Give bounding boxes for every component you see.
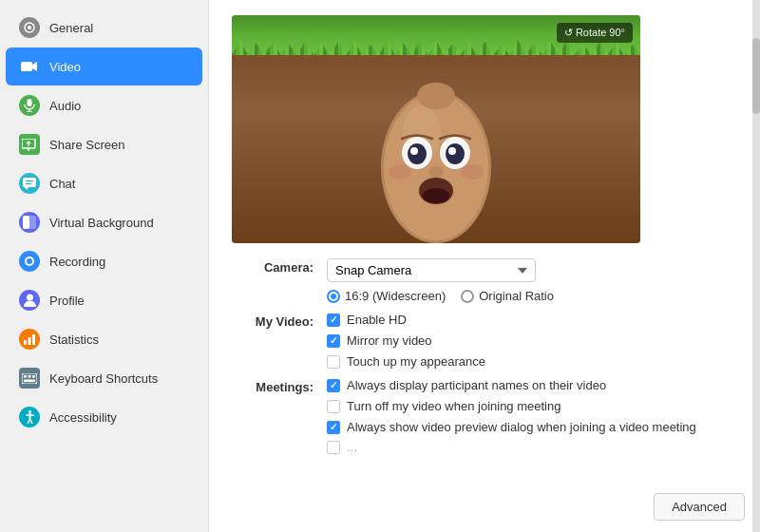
- camera-row-content: Snap Camera 16:9 (Widescreen) Original R…: [327, 258, 737, 303]
- scrollbar[interactable]: [752, 0, 760, 532]
- svg-point-42: [423, 188, 449, 203]
- always-display-checkbox[interactable]: [327, 379, 340, 392]
- svg-point-45: [417, 83, 455, 109]
- svg-point-43: [389, 164, 411, 180]
- turn-off-label: Turn off my video when joining meeting: [347, 399, 560, 413]
- svg-point-40: [428, 166, 444, 178]
- settings-window: General Video Audio: [0, 0, 760, 532]
- svg-point-16: [27, 258, 32, 264]
- enable-hd-checkbox[interactable]: [327, 314, 340, 327]
- sidebar-item-audio[interactable]: Audio: [6, 86, 202, 124]
- turn-off-checkbox[interactable]: [327, 400, 340, 413]
- rotate-button[interactable]: ↺ Rotate 90°: [557, 23, 633, 43]
- svg-rect-21: [22, 373, 37, 384]
- potato-character: [360, 44, 512, 243]
- svg-rect-14: [23, 216, 29, 229]
- turn-off-option[interactable]: Turn off my video when joining meeting: [327, 399, 737, 413]
- svg-rect-24: [32, 375, 35, 378]
- svg-rect-2: [21, 62, 32, 71]
- bottom-bar: Advanced: [654, 493, 745, 521]
- sidebar-item-statistics-label: Statistics: [49, 332, 99, 347]
- my-video-row-content: Enable HD Mirror my video Touch up my ap…: [327, 313, 737, 369]
- sidebar-item-audio-label: Audio: [49, 99, 81, 113]
- virtual-background-icon: [19, 212, 40, 233]
- svg-rect-22: [24, 375, 27, 378]
- mirror-video-checkbox[interactable]: [327, 334, 340, 348]
- sidebar-item-video[interactable]: Video: [6, 48, 202, 86]
- sidebar-item-video-label: Video: [49, 60, 81, 74]
- general-icon: [19, 17, 40, 38]
- svg-point-38: [410, 147, 418, 155]
- sidebar-item-virtual-background-label: Virtual Background: [49, 216, 154, 230]
- svg-point-26: [28, 410, 31, 413]
- sidebar-item-share-screen-label: Share Screen: [49, 138, 125, 152]
- touch-up-checkbox[interactable]: [327, 355, 340, 369]
- always-show-preview-label: Always show video preview dialog when jo…: [347, 420, 696, 434]
- sidebar-item-recording[interactable]: Recording: [6, 242, 202, 280]
- statistics-icon: [19, 329, 40, 350]
- profile-icon: [19, 290, 40, 311]
- widescreen-radio[interactable]: [327, 290, 340, 303]
- svg-rect-3: [28, 99, 32, 106]
- sidebar-item-accessibility-label: Accessibility: [49, 410, 117, 425]
- hide-option[interactable]: …: [327, 441, 737, 454]
- audio-icon: [19, 95, 40, 116]
- scroll-thumb[interactable]: [752, 38, 760, 114]
- sidebar-item-statistics[interactable]: Statistics: [6, 320, 202, 358]
- enable-hd-option[interactable]: Enable HD: [327, 313, 737, 327]
- sidebar-item-keyboard-shortcuts-label: Keyboard Shortcuts: [49, 371, 158, 386]
- chat-icon: [19, 173, 40, 194]
- sidebar-item-profile[interactable]: Profile: [6, 281, 202, 319]
- hide-checkbox[interactable]: [327, 441, 340, 454]
- my-video-settings-row: My Video: Enable HD Mirror my video Touc…: [232, 313, 737, 369]
- touch-up-option[interactable]: Touch up my appearance: [327, 354, 737, 369]
- sidebar-item-general-label: General: [49, 21, 93, 35]
- sidebar-item-keyboard-shortcuts[interactable]: Keyboard Shortcuts: [6, 359, 202, 397]
- keyboard-shortcuts-icon: [19, 368, 40, 389]
- svg-rect-18: [24, 340, 27, 345]
- touch-up-label: Touch up my appearance: [347, 354, 485, 369]
- svg-rect-19: [28, 337, 31, 345]
- sidebar: General Video Audio: [0, 0, 209, 532]
- svg-rect-25: [24, 379, 35, 382]
- widescreen-label: 16:9 (Widescreen): [345, 289, 446, 303]
- sidebar-item-chat-label: Chat: [49, 177, 75, 191]
- svg-point-36: [408, 143, 427, 164]
- share-screen-icon: [19, 134, 40, 155]
- sidebar-item-virtual-background[interactable]: Virtual Background: [6, 203, 202, 241]
- camera-select[interactable]: Snap Camera: [327, 258, 536, 282]
- original-ratio-radio[interactable]: [461, 290, 474, 303]
- meetings-label: Meetings:: [232, 378, 327, 394]
- mirror-video-label: Mirror my video: [347, 333, 432, 348]
- enable-hd-label: Enable HD: [347, 313, 407, 327]
- sidebar-item-share-screen[interactable]: Share Screen: [6, 125, 202, 163]
- svg-point-1: [28, 26, 31, 29]
- svg-point-37: [446, 143, 465, 164]
- sidebar-item-profile-label: Profile: [49, 294, 85, 308]
- main-content: ↺ Rotate 90° Camera: Snap Camera 16:9 (W…: [209, 0, 760, 532]
- sidebar-item-recording-label: Recording: [49, 255, 105, 269]
- svg-rect-20: [32, 334, 35, 345]
- recording-icon: [19, 251, 40, 272]
- svg-rect-10: [23, 178, 36, 187]
- video-icon: [19, 56, 40, 77]
- advanced-button[interactable]: Advanced: [654, 493, 745, 521]
- svg-point-39: [448, 147, 456, 155]
- sidebar-item-general[interactable]: General: [6, 9, 202, 47]
- meetings-settings-row: Meetings: Always display participant nam…: [232, 378, 737, 454]
- always-show-preview-checkbox[interactable]: [327, 421, 340, 434]
- always-show-preview-option[interactable]: Always show video preview dialog when jo…: [327, 420, 737, 434]
- widescreen-option[interactable]: 16:9 (Widescreen): [327, 289, 446, 303]
- svg-point-17: [27, 294, 33, 301]
- camera-label: Camera:: [232, 258, 327, 275]
- sidebar-item-chat[interactable]: Chat: [6, 164, 202, 202]
- original-ratio-option[interactable]: Original Ratio: [461, 289, 554, 303]
- sidebar-item-accessibility[interactable]: Accessibility: [6, 398, 202, 436]
- mirror-video-option[interactable]: Mirror my video: [327, 333, 737, 348]
- meetings-row-content: Always display participant names on thei…: [327, 378, 737, 454]
- svg-line-30: [29, 419, 32, 424]
- ratio-options: 16:9 (Widescreen) Original Ratio: [327, 289, 737, 303]
- hide-label: …: [347, 441, 358, 454]
- camera-settings-row: Camera: Snap Camera 16:9 (Widescreen) Or…: [232, 258, 737, 303]
- always-display-option[interactable]: Always display participant names on thei…: [327, 378, 737, 392]
